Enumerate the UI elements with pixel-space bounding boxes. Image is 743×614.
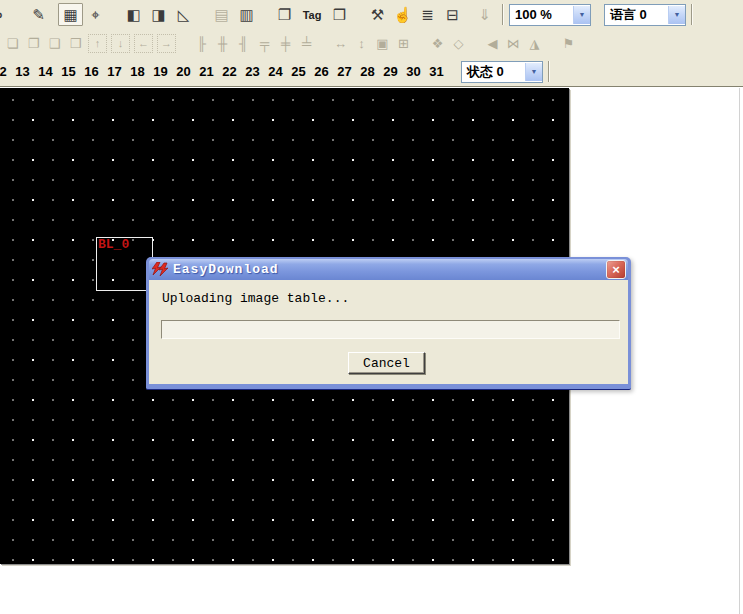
bring-to-front-icon[interactable]: ❏ (2, 33, 23, 54)
close-button[interactable]: × (606, 260, 626, 279)
state-select-value: 状态 0 (462, 63, 525, 81)
flip-horizontal-icon[interactable]: ⋈ (503, 33, 524, 54)
state-number[interactable]: 14 (34, 64, 57, 79)
state-number[interactable]: 24 (264, 64, 287, 79)
state-number[interactable]: 21 (195, 64, 218, 79)
window-panel-left-icon[interactable]: ◧ (121, 3, 146, 26)
state-number[interactable]: 20 (172, 64, 195, 79)
window-panel-right-icon[interactable]: ◨ (146, 3, 171, 26)
sort-list-icon[interactable]: ≣ (415, 3, 440, 26)
align-middle-icon[interactable]: ╪ (275, 33, 296, 54)
cancel-button[interactable]: Cancel (348, 352, 425, 374)
align-left-icon[interactable]: ╟ (191, 33, 212, 54)
easybuilder-app: ∞ ✎ ▦ ⌖ ◧ ◨ ◺ ▤ ▥ ❐ Tag ❒ ⚒ ☝ ≣ ⊟ ⇓ 100 … (0, 0, 743, 614)
state-number[interactable]: 13 (11, 64, 34, 79)
flip-diagonal-icon[interactable]: ◮ (524, 33, 545, 54)
stacked-windows-icon[interactable]: ▥ (234, 3, 259, 26)
state-number[interactable]: 27 (333, 64, 356, 79)
ungroup-icon[interactable]: ◇ (448, 33, 469, 54)
state-number[interactable]: 16 (80, 64, 103, 79)
window-edge (739, 88, 740, 614)
print-copy-icon[interactable]: ⊟ (440, 3, 465, 26)
chevron-down-icon[interactable]: ▼ (668, 6, 685, 24)
state-number[interactable]: 30 (402, 64, 425, 79)
nudge-down-icon[interactable]: ↓ (111, 34, 130, 53)
state-number[interactable]: 18 (126, 64, 149, 79)
status-message: Uploading image table... (162, 291, 349, 306)
toolbar-separator (548, 61, 550, 82)
language-select[interactable]: 语言 0 ▼ (604, 4, 686, 26)
align-center-vertical-icon[interactable]: ╫ (212, 33, 233, 54)
tag-library-icon[interactable]: Tag (297, 3, 327, 26)
zoom-select[interactable]: 100 % ▼ (509, 4, 591, 26)
download-icon[interactable]: ⇓ (472, 3, 497, 26)
grid-toggle-icon[interactable]: ▦ (58, 3, 83, 26)
state-number[interactable]: 19 (149, 64, 172, 79)
compile-hammer-icon[interactable]: ⚒ (365, 3, 390, 26)
toolbar-area: ∞ ✎ ▦ ⌖ ◧ ◨ ◺ ▤ ▥ ❐ Tag ❒ ⚒ ☝ ≣ ⊟ ⇓ 100 … (0, 0, 743, 87)
state-number[interactable]: 23 (241, 64, 264, 79)
state-number-strip: 12 13 14 15 16 17 18 19 20 21 22 23 24 2… (0, 64, 448, 79)
align-bottom-icon[interactable]: ╧ (296, 33, 317, 54)
find-binoculars-icon[interactable]: ∞ (0, 3, 13, 26)
resize-to-grid-icon[interactable]: ⊞ (393, 33, 414, 54)
picture-library-icon[interactable]: ❐ (272, 3, 297, 26)
state-number[interactable]: 22 (218, 64, 241, 79)
pin-icon[interactable]: ⚑ (558, 33, 579, 54)
align-right-icon[interactable]: ╢ (233, 33, 254, 54)
nudge-left-icon[interactable]: ← (134, 34, 153, 53)
state-number[interactable]: 12 (0, 64, 11, 79)
pencil-draw-icon[interactable]: ✎ (26, 3, 51, 26)
ruler-setsquare-icon[interactable]: ◺ (171, 3, 196, 26)
state-toolbar: 12 13 14 15 16 17 18 19 20 21 22 23 24 2… (0, 57, 743, 86)
main-toolbar: ∞ ✎ ▦ ⌖ ◧ ◨ ◺ ▤ ▥ ❐ Tag ❒ ⚒ ☝ ≣ ⊟ ⇓ 100 … (0, 0, 743, 29)
close-icon: × (612, 263, 620, 276)
dialog-title: EasyDownload (170, 262, 606, 277)
send-backward-icon[interactable]: ❒ (65, 33, 86, 54)
send-to-back-icon[interactable]: ❐ (23, 33, 44, 54)
rotate-left-icon[interactable]: ◀ (482, 33, 503, 54)
state-number[interactable]: 26 (310, 64, 333, 79)
dialog-titlebar[interactable]: EasyDownload × (149, 259, 628, 280)
zoom-select-value: 100 % (510, 7, 573, 22)
state-number[interactable]: 31 (425, 64, 448, 79)
chevron-down-icon[interactable]: ▼ (525, 63, 542, 81)
find-binoculars-glyph: ∞ (0, 6, 2, 24)
layers-icon[interactable]: ▤ (209, 3, 234, 26)
lightning-bolt-icon (152, 262, 170, 278)
same-height-icon[interactable]: ↕ (351, 33, 372, 54)
macro-properties-icon[interactable]: ❒ (327, 3, 352, 26)
state-number[interactable]: 15 (57, 64, 80, 79)
state-number[interactable]: 28 (356, 64, 379, 79)
toolbar-separator (691, 4, 693, 25)
align-top-icon[interactable]: ╤ (254, 33, 275, 54)
nudge-right-icon[interactable]: → (157, 34, 176, 53)
state-select[interactable]: 状态 0 ▼ (461, 61, 543, 83)
object-label: BL_0 (98, 237, 129, 252)
bit-lamp-object[interactable]: BL_0 (96, 237, 153, 291)
simulate-hand-icon[interactable]: ☝ (390, 3, 415, 26)
progress-bar (161, 320, 620, 339)
arrange-toolbar: ❏ ❐ ❑ ❒ ↑ ↓ ← → ╟ ╫ ╢ ╤ ╪ ╧ ↔ ↕ ▣ ⊞ ❖ ◇ … (0, 29, 743, 57)
language-select-value: 语言 0 (605, 6, 668, 24)
bring-forward-icon[interactable]: ❑ (44, 33, 65, 54)
easydownload-dialog: EasyDownload × Uploading image table... … (146, 257, 631, 390)
state-number[interactable]: 29 (379, 64, 402, 79)
state-number[interactable]: 25 (287, 64, 310, 79)
toolbar-separator (502, 4, 504, 25)
same-width-icon[interactable]: ↔ (330, 33, 351, 54)
nudge-up-icon[interactable]: ↑ (88, 34, 107, 53)
chevron-down-icon[interactable]: ▼ (573, 6, 590, 24)
same-size-icon[interactable]: ▣ (372, 33, 393, 54)
snap-crosshair-icon[interactable]: ⌖ (83, 3, 108, 26)
state-number[interactable]: 17 (103, 64, 126, 79)
group-icon[interactable]: ❖ (427, 33, 448, 54)
dialog-body: Uploading image table... Cancel (149, 280, 628, 384)
